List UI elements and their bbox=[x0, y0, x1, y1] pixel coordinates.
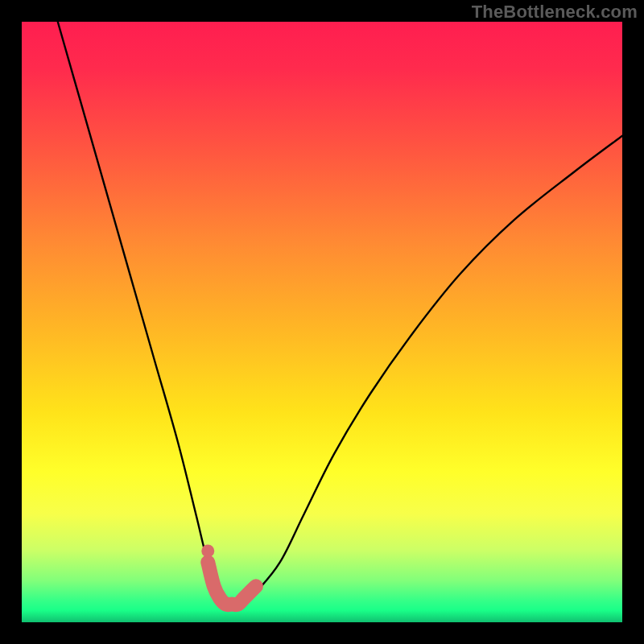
chart-frame bbox=[22, 22, 622, 622]
highlight-band bbox=[208, 562, 256, 605]
plot-area bbox=[22, 22, 622, 622]
watermark-text: TheBottleneck.com bbox=[472, 2, 638, 23]
curve-layer bbox=[22, 22, 622, 622]
highlight-dot-icon bbox=[201, 544, 214, 557]
bottleneck-curve bbox=[58, 22, 622, 606]
